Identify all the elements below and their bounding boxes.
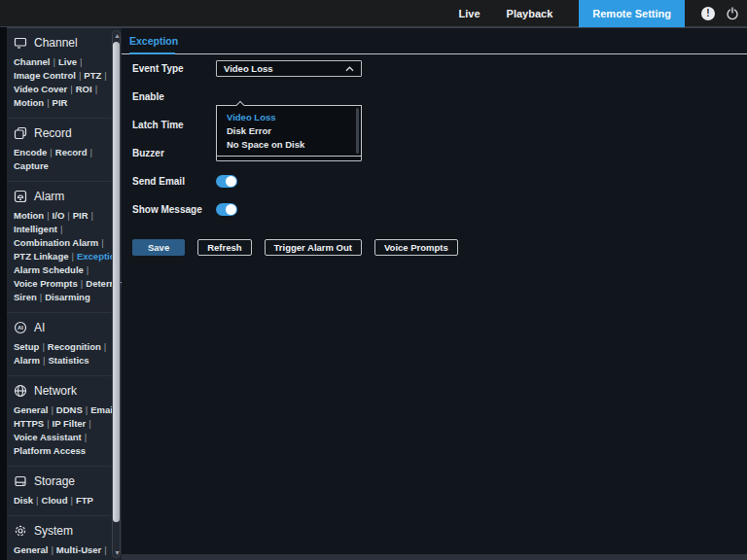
sidebar-line: General|DDNS|Email| [14,403,107,417]
sidebar-item-general[interactable]: General [14,404,48,415]
separator: | [70,495,72,506]
sidebar-line: Voice Assistant| [14,431,107,444]
sidebar-item-ip-filter[interactable]: IP Filter [53,418,87,429]
scrollbar-thumb[interactable] [113,42,120,522]
sidebar-item-setup[interactable]: Setup [14,341,39,352]
send-email-label: Send Email [132,176,216,187]
sidebar-item-disarming[interactable]: Disarming [45,292,89,302]
trigger-alarm-out-button[interactable]: Trigger Alarm Out [265,239,362,256]
sidebar-item-voice-prompts[interactable]: Voice Prompts [14,278,78,289]
option-video-loss[interactable]: Video Loss [217,111,361,124]
power-icon[interactable] [726,7,739,20]
separator: | [70,84,72,94]
sidebar-header-alarm[interactable]: Alarm [14,190,107,203]
sidebar-item-alarm[interactable]: Alarm [14,355,40,366]
sidebar-section-title: Record [34,126,72,140]
sidebar-item-ptz-linkage[interactable]: PTZ Linkage [14,251,68,262]
sidebar-item-pir[interactable]: PIR [53,97,68,108]
sidebar-item-ddns[interactable]: DDNS [56,404,83,415]
sidebar-line: Video Cover|ROI| [14,83,107,96]
sidebar-line: Alarm Schedule| [14,263,107,277]
sidebar-item-pir[interactable]: PIR [73,210,89,221]
sidebar-item-roi[interactable]: ROI [76,84,92,94]
save-button[interactable]: Save [132,239,185,256]
sidebar-section-title: Network [34,384,77,398]
separator: | [87,264,89,275]
sidebar-item-statistics[interactable]: Statistics [48,355,89,366]
sidebar-item-general[interactable]: General [14,544,48,555]
sidebar-line: Alarm|Statistics [14,354,107,368]
sidebar-section-title: Storage [34,474,75,488]
nav-playback[interactable]: Playback [507,8,553,19]
main-panel: Exception Event Type Video Loss Enable L… [122,27,747,554]
sidebar-item-live[interactable]: Live [58,56,77,67]
sidebar-item-encode[interactable]: Encode [14,147,47,158]
show-message-row: Show Message [132,195,747,224]
latch-time-label: Latch Time [132,120,216,130]
sidebar-header-network[interactable]: Network [14,384,107,398]
show-message-toggle[interactable] [216,203,237,216]
event-type-select[interactable]: Video Loss [216,60,362,77]
storage-icon [14,474,27,488]
sidebar-item-voice-assistant[interactable]: Voice Assistant [14,432,82,442]
sidebar-header-record[interactable]: Record [14,126,107,140]
sidebar-scrollbar[interactable]: ▲ ▼ [112,30,121,558]
nav-remote-setting[interactable]: Remote Setting [579,0,685,27]
sidebar-item-capture[interactable]: Capture [14,160,49,171]
sidebar-item-record[interactable]: Record [55,147,88,158]
option-disk-error[interactable]: Disk Error [217,124,361,138]
monitor-icon [14,36,27,50]
sidebar-item-ftp[interactable]: FTP [76,495,93,506]
sidebar-item-ptz[interactable]: PTZ [84,70,101,81]
separator: | [90,147,92,158]
sidebar-item-combination-alarm[interactable]: Combination Alarm [14,237,98,248]
sidebar-item-intelligent[interactable]: Intelligent [14,224,57,234]
sidebar-item-motion[interactable]: Motion [14,210,44,221]
sidebar-line: Encode|Record| [14,146,107,159]
separator: | [51,544,53,555]
sidebar-section-system: SystemGeneral|Multi-User|Maintenance| [7,516,111,560]
sidebar-item-channel[interactable]: Channel [14,56,50,67]
sidebar-line: Platform Access [14,444,107,458]
sidebar-header-ai[interactable]: AIAI [14,321,107,334]
separator: | [40,292,42,302]
sidebar-item-i-o[interactable]: I/O [53,210,65,221]
sidebar-item-siren[interactable]: Siren [14,292,37,302]
sidebar-item-disk[interactable]: Disk [14,495,33,506]
nav-live[interactable]: Live [459,8,480,19]
event-type-dropdown: Video Loss Disk Error No Space on Disk [216,105,362,157]
separator: | [60,224,62,234]
alarm-icon [14,190,27,203]
sidebar-item-alarm-schedule[interactable]: Alarm Schedule [14,264,84,275]
sidebar-item-motion[interactable]: Motion [14,97,44,108]
refresh-button[interactable]: Refresh [197,239,251,256]
sidebar-section-record: RecordEncode|Record|Capture [7,119,111,182]
send-email-toggle[interactable] [216,175,237,188]
tab-exception[interactable]: Exception [129,35,178,47]
dropdown-scrollbar[interactable] [356,108,359,154]
info-icon[interactable]: ! [701,7,715,20]
scroll-down-icon[interactable]: ▼ [113,548,122,557]
voice-prompts-button[interactable]: Voice Prompts [374,239,458,256]
network-icon [14,384,27,398]
option-no-space-on-disk[interactable]: No Space on Disk [217,138,361,152]
sidebar-header-channel[interactable]: Channel [14,36,107,50]
horizontal-scrollbar[interactable] [122,554,747,560]
sidebar-section-alarm: AlarmMotion|I/O|PIR|Intelligent|Combinat… [7,182,111,313]
separator: | [101,237,103,248]
scroll-up-icon[interactable]: ▲ [113,31,122,40]
sidebar-header-system[interactable]: System [14,524,107,538]
sidebar-section-title: Channel [34,36,78,50]
sidebar-item-cloud[interactable]: Cloud [42,495,68,506]
separator: | [47,97,49,108]
sidebar-item-recognition[interactable]: Recognition [48,341,101,352]
sidebar-item-multi-user[interactable]: Multi-User [56,544,101,555]
sidebar-line: Siren|Disarming [14,291,107,304]
separator: | [85,432,87,442]
sidebar-header-storage[interactable]: Storage [14,474,107,488]
sidebar-item-platform-access[interactable]: Platform Access [14,445,86,456]
sidebar-item-video-cover[interactable]: Video Cover [14,84,67,94]
sidebar-item-image-control[interactable]: Image Control [14,70,76,81]
sidebar-section-ai: AIAISetup|Recognition|Alarm|Statistics [7,313,111,376]
sidebar-item-https[interactable]: HTTPS [14,418,44,429]
